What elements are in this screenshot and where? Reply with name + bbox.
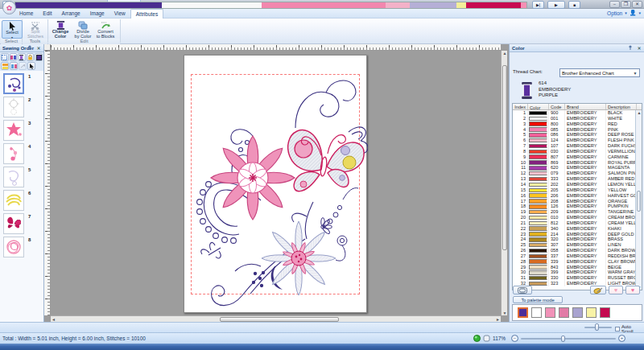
close-panel-icon[interactable]: ✕ [35, 45, 42, 51]
embroidery-design[interactable] [184, 56, 368, 314]
close-button[interactable]: ✕ [632, 1, 642, 8]
tab-attributes[interactable]: Attributes [130, 9, 163, 19]
sewing-thumbnail[interactable] [3, 120, 24, 141]
pin-icon[interactable] [27, 45, 34, 51]
thread-chart-select[interactable]: Brother Enhanced Chart ▼ [559, 68, 640, 77]
split-stitches-button[interactable]: Split Stitches [25, 20, 46, 39]
thread-row-5[interactable]: 5086EMBROIDERYDEEP ROSE [513, 132, 642, 138]
favorite-heart-light-button[interactable]: ♥ [609, 286, 623, 294]
tab-arrange[interactable]: Arrange [57, 9, 85, 19]
sewing-order-item-7[interactable]: 7 [3, 212, 42, 235]
hoop-frame-button[interactable] [513, 286, 532, 294]
merge-icon[interactable] [19, 62, 27, 70]
change-color-button[interactable]: Change Color [50, 20, 71, 39]
thread-row-13[interactable]: 13333EMBROIDERYAMBER RED [513, 176, 642, 182]
thread-row-26[interactable]: 26058EMBROIDERYDARK BROWN [513, 248, 642, 253]
to-palette-mode-button[interactable]: To palette mode [513, 296, 563, 303]
sewing-thumbnail[interactable] [3, 73, 24, 94]
thread-row-27[interactable]: 27337EMBROIDERYREDDISH BRO... [513, 253, 642, 259]
select-cursor-icon[interactable] [27, 62, 35, 70]
thread-row-14[interactable]: 14202EMBROIDERYLEMON YELLOW [513, 182, 642, 187]
thread-row-24[interactable]: 24320EMBROIDERYBRASS [513, 237, 642, 242]
thread-row-22[interactable]: 22340EMBROIDERYKHAKI [513, 226, 642, 232]
user-account-icon[interactable]: 👤 [630, 10, 637, 16]
palette-swatch-5[interactable] [572, 307, 583, 318]
thread-row-10[interactable]: 10869EMBROIDERYROYAL PURPLE [513, 160, 642, 166]
thread-row-15[interactable]: 15205EMBROIDERYYELLOW [513, 187, 642, 193]
sewing-order-item-5[interactable]: 5 [3, 166, 42, 188]
divide-by-color-button[interactable]: Divide by Color [72, 20, 93, 39]
thread-row-3[interactable]: 3800EMBROIDERYRED [513, 121, 642, 127]
scroll-down-icon[interactable]: ▼ [503, 311, 507, 315]
thread-row-7[interactable]: 7107EMBROIDERYDARK FUCHSIA [513, 143, 642, 149]
play-button[interactable]: ▶ [547, 1, 565, 9]
palette-swatch-1[interactable] [518, 307, 528, 318]
thread-scroll-thumb[interactable] [637, 191, 641, 212]
thread-row-23[interactable]: 23214EMBROIDERYDEEP GOLD [513, 232, 642, 237]
maximize-button[interactable]: ❐ [621, 1, 631, 8]
thread-row-28[interactable]: 28339EMBROIDERYCLAY BROWN [513, 259, 642, 265]
thread-row-1[interactable]: 1900EMBROIDERYBLACK [513, 110, 642, 116]
sewing-thumbnail[interactable] [3, 143, 24, 164]
frame-select-icon[interactable] [1, 53, 9, 61]
thread-row-9[interactable]: 9807EMBROIDERYCARMINE [513, 154, 642, 160]
sewing-order-item-1[interactable]: 1 [3, 72, 42, 95]
thread-row-16[interactable]: 16206EMBROIDERYHARVEST GOLD [513, 193, 642, 199]
sewing-order-item-3[interactable]: 3 [3, 119, 42, 142]
sewing-thumbnail[interactable] [3, 97, 24, 117]
scroll-up-icon[interactable]: ▲ [503, 51, 507, 56]
thread-row-4[interactable]: 4085EMBROIDERYPINK [513, 127, 642, 133]
zoom-slider-track[interactable] [521, 338, 616, 340]
thread-row-8[interactable]: 8030EMBROIDERYVERMILLION [513, 149, 642, 154]
select-button[interactable]: Select ▾ [2, 20, 23, 39]
palette-swatch-6[interactable] [586, 307, 597, 318]
palette-swatch-4[interactable] [559, 307, 569, 318]
sewing-order-item-4[interactable]: 4 [3, 142, 42, 165]
speed-slider-thumb[interactable] [595, 323, 599, 331]
thread-row-25[interactable]: 25307EMBROIDERYLINEN [513, 242, 642, 248]
zoom-in-button[interactable]: + [618, 335, 625, 342]
favorite-heart-button[interactable]: ♥ [625, 286, 640, 294]
sewing-thumbnail[interactable] [3, 167, 24, 187]
palette-swatch-7[interactable] [600, 307, 610, 318]
thread-row-2[interactable]: 2001EMBROIDERYWHITE [513, 116, 642, 121]
thread-row-21[interactable]: 21812EMBROIDERYCREAM YELLOW [513, 220, 642, 226]
design-page[interactable] [184, 55, 367, 313]
close-panel-icon[interactable]: ✕ [636, 45, 642, 51]
thread-row-11[interactable]: 11620EMBROIDERYMAGENTA [513, 165, 642, 171]
sewing-thumbnail[interactable] [3, 190, 24, 211]
convert-to-blocks-button[interactable]: Convert to Blocks [95, 20, 116, 39]
sewing-thumbnail[interactable] [3, 237, 24, 257]
sewing-order-item-2[interactable]: 2 [3, 96, 42, 118]
vertical-scroll-thumb[interactable] [502, 65, 507, 250]
tab-image[interactable]: Image [85, 9, 109, 19]
option-dropdown-icon[interactable]: ▾ [625, 10, 627, 15]
hoop-view-icon[interactable] [483, 335, 490, 342]
thread-row-17[interactable]: 17208EMBROIDERYORANGE [513, 199, 642, 204]
sewing-thumbnail[interactable] [3, 213, 24, 234]
tab-home[interactable]: Home [14, 9, 38, 19]
app-menu-button[interactable]: ✿ [2, 1, 16, 14]
color-order-icon[interactable] [10, 53, 18, 61]
lock-icon[interactable] [27, 53, 35, 61]
option-menu[interactable]: Option [607, 10, 622, 16]
pin-icon[interactable] [628, 45, 634, 51]
realistic-view-icon[interactable] [473, 335, 481, 342]
spool-icon[interactable] [18, 53, 26, 61]
color-block-icon[interactable] [35, 53, 43, 61]
palette-swatch-2[interactable] [531, 307, 542, 318]
thread-row-19[interactable]: 19209EMBROIDERYTANGERINE [513, 209, 642, 215]
thread-row-6[interactable]: 6124EMBROIDERYFLESH PINK [513, 138, 642, 143]
vertical-scrollbar[interactable]: ▲ ▼ [501, 51, 507, 315]
auto-scroll-checkbox[interactable] [615, 327, 620, 331]
thread-row-20[interactable]: 20010EMBROIDERYCREAM BROWN [513, 215, 642, 220]
thread-needle-button[interactable] [590, 286, 606, 294]
minimize-button[interactable]: − [609, 1, 620, 8]
thread-row-31[interactable]: 31330EMBROIDERYRUSSET BRO... [513, 275, 642, 281]
step-forward-button[interactable]: ▶| [532, 1, 544, 9]
palette-mode-icon[interactable] [1, 62, 9, 70]
tab-edit[interactable]: Edit [38, 9, 56, 19]
sewing-order-item-6[interactable]: 6 [3, 189, 42, 212]
thread-row-30[interactable]: 30399EMBROIDERYWARM GRAY [513, 270, 642, 275]
thread-row-18[interactable]: 18126EMBROIDERYPUMPKIN [513, 204, 642, 209]
